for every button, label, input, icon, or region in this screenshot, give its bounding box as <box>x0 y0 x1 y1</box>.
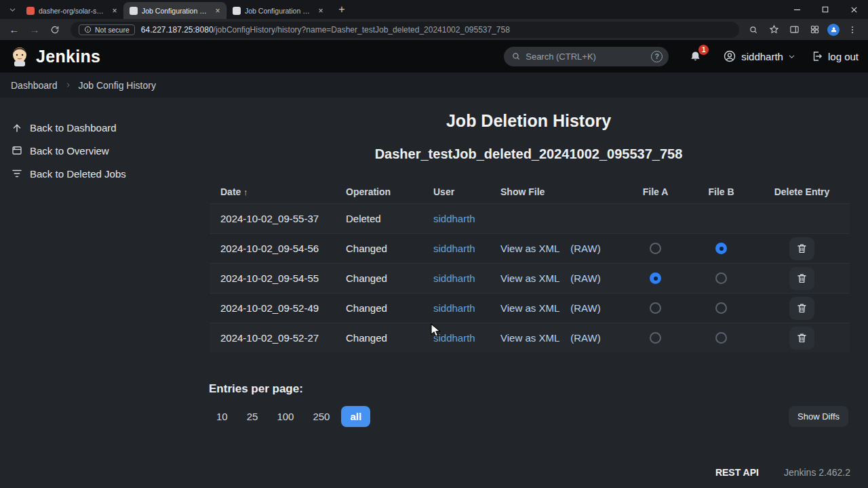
file-a-cell <box>623 302 688 314</box>
delete-entry-button[interactable] <box>789 267 814 290</box>
jenkins-logo-icon <box>9 45 30 67</box>
file-a-cell <box>623 332 688 344</box>
window-minimize-button[interactable] <box>783 0 811 19</box>
delete-entry-button[interactable] <box>789 327 814 350</box>
extensions-icon[interactable] <box>807 22 822 37</box>
operation-cell: Changed <box>336 302 423 314</box>
file-radio-checked[interactable] <box>650 272 661 284</box>
main-content: Job Deletion History Dasher_testJob_dele… <box>208 98 850 427</box>
menu-kebab-icon[interactable] <box>845 22 860 37</box>
url-text: 64.227.187.25:8080/jobConfigHistory/hist… <box>141 25 510 35</box>
browser-url-bar: ← → Not secure 64.227.187.25:8080/jobCon… <box>0 19 868 40</box>
profile-avatar-icon[interactable] <box>827 24 840 36</box>
new-tab-button[interactable]: + <box>334 1 350 18</box>
rest-api-link[interactable]: REST API <box>715 467 759 478</box>
tab-close-icon[interactable]: × <box>213 6 222 16</box>
search-box[interactable]: ? <box>504 47 669 66</box>
column-header-date[interactable]: Date ↑ <box>210 186 336 197</box>
file-radio[interactable] <box>650 243 661 254</box>
logout-button[interactable]: log out <box>811 50 859 62</box>
window-controls <box>783 0 868 19</box>
entries-per-page-all[interactable]: all <box>341 406 370 427</box>
zoom-icon[interactable] <box>746 22 761 37</box>
history-row: 2024-10-02_09-52-27ChangedsiddharthView … <box>210 323 850 352</box>
raw-link[interactable]: (RAW) <box>570 272 600 284</box>
arrow-up-icon <box>10 121 23 134</box>
sidebar-item-overview[interactable]: Back to Overview <box>10 139 208 162</box>
user-cell: siddharth <box>423 272 490 284</box>
file-a-cell <box>623 243 688 254</box>
show-diffs-button[interactable]: Show Diffs <box>789 406 848 427</box>
jenkins-header: Jenkins ? 1 siddharth log out <box>0 40 868 73</box>
tab-close-icon[interactable]: × <box>316 6 326 16</box>
user-link[interactable]: siddharth <box>433 213 475 224</box>
sidebar-item-label: Back to Overview <box>30 145 109 157</box>
file-b-cell <box>688 302 754 314</box>
history-row: 2024-10-02_09-54-56ChangedsiddharthView … <box>210 233 850 263</box>
forward-icon[interactable]: → <box>26 22 43 38</box>
show-file-cell: View as XML(RAW) <box>490 272 623 284</box>
file-radio[interactable] <box>715 332 727 344</box>
help-icon[interactable]: ? <box>651 51 663 62</box>
bookmark-star-icon[interactable] <box>766 22 781 37</box>
file-radio[interactable] <box>715 272 727 284</box>
window-close-button[interactable] <box>840 0 868 19</box>
file-radio[interactable] <box>650 302 661 314</box>
delete-entry-button[interactable] <box>789 237 814 260</box>
raw-link[interactable]: (RAW) <box>570 302 600 314</box>
brand-title: Jenkins <box>36 47 100 66</box>
raw-link[interactable]: (RAW) <box>570 243 600 254</box>
user-link[interactable]: siddharth <box>433 243 475 254</box>
file-radio[interactable] <box>715 302 727 314</box>
file-b-cell <box>688 272 754 284</box>
column-header-show-file: Show File <box>490 186 623 197</box>
entries-per-page-250[interactable]: 250 <box>305 406 337 427</box>
tab-search-icon[interactable] <box>4 1 20 18</box>
notifications-button[interactable]: 1 <box>687 48 703 64</box>
back-icon[interactable]: ← <box>5 22 23 38</box>
delete-entry-button[interactable] <box>789 297 814 320</box>
notification-badge[interactable]: 1 <box>698 45 709 55</box>
entries-per-page-25[interactable]: 25 <box>239 406 266 427</box>
tab-favicon-icon <box>233 7 241 15</box>
file-radio-checked[interactable] <box>715 243 727 254</box>
user-link[interactable]: siddharth <box>433 302 475 314</box>
browser-tab[interactable]: Job Configuration History [Jen...× <box>123 2 226 19</box>
breadcrumb-job-config-history[interactable]: Job Config History <box>79 80 156 91</box>
user-link[interactable]: siddharth <box>433 272 475 284</box>
breadcrumb-dashboard[interactable]: Dashboard <box>11 80 58 91</box>
browser-tab[interactable]: Job Configuration History | Jen...× <box>226 2 330 19</box>
file-a-cell <box>623 272 688 284</box>
sidebar-item-dashboard[interactable]: Back to Dashboard <box>10 116 208 139</box>
window-maximize-button[interactable] <box>811 0 840 19</box>
jenkins-brand[interactable]: Jenkins <box>9 45 100 67</box>
view-as-xml-link[interactable]: View as XML <box>500 302 559 314</box>
column-header-operation: Operation <box>336 186 423 197</box>
browser-tab[interactable]: dasher-org/solar-system - sola...× <box>20 2 123 19</box>
search-input[interactable] <box>526 52 646 62</box>
view-as-xml-link[interactable]: View as XML <box>500 332 559 344</box>
date-cell: 2024-10-02_09-55-37 <box>210 213 336 224</box>
history-table: Date ↑OperationUserShow FileFile AFile B… <box>210 180 850 352</box>
column-header-file-b: File B <box>688 186 754 197</box>
user-link[interactable]: siddharth <box>433 332 475 344</box>
chevron-down-icon <box>788 53 795 60</box>
date-cell: 2024-10-02_09-52-49 <box>210 302 336 314</box>
entries-per-page-100[interactable]: 100 <box>269 406 301 427</box>
operation-cell: Changed <box>336 332 423 344</box>
tab-close-icon[interactable]: × <box>110 6 119 16</box>
sidebar-item-deleted-jobs[interactable]: Back to Deleted Jobs <box>10 162 208 185</box>
not-secure-badge[interactable]: Not secure <box>79 24 135 35</box>
file-radio[interactable] <box>650 332 661 344</box>
view-as-xml-link[interactable]: View as XML <box>500 272 559 284</box>
job-name-subtitle: Dasher_testJob_deleted_20241002_095537_7… <box>208 146 850 162</box>
address-bar[interactable]: Not secure 64.227.187.25:8080/jobConfigH… <box>71 22 739 38</box>
side-panel-icon[interactable] <box>787 22 802 37</box>
url-host: 64.227.187.25:8080 <box>141 25 214 35</box>
reload-icon[interactable] <box>46 22 64 38</box>
sort-asc-icon: ↑ <box>241 187 248 197</box>
view-as-xml-link[interactable]: View as XML <box>500 243 559 254</box>
user-menu[interactable]: siddharth <box>723 49 795 63</box>
entries-per-page-10[interactable]: 10 <box>209 406 235 427</box>
raw-link[interactable]: (RAW) <box>570 332 600 344</box>
